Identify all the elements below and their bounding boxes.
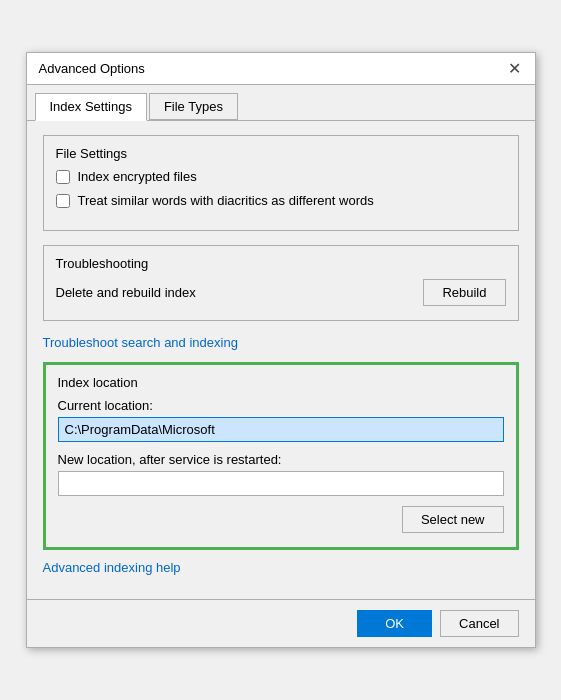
dialog-footer: OK Cancel <box>27 599 535 647</box>
select-new-button[interactable]: Select new <box>402 506 504 533</box>
cancel-button[interactable]: Cancel <box>440 610 518 637</box>
dialog-content: File Settings Index encrypted files Trea… <box>27 121 535 600</box>
delete-rebuild-desc: Delete and rebuild index <box>56 285 196 300</box>
current-location-field[interactable] <box>58 417 504 442</box>
tab-file-types[interactable]: File Types <box>149 93 238 120</box>
file-settings-section: File Settings Index encrypted files Trea… <box>43 135 519 232</box>
advanced-options-dialog: Advanced Options ✕ Index Settings File T… <box>26 52 536 649</box>
tab-index-settings[interactable]: Index Settings <box>35 93 147 121</box>
current-location-label: Current location: <box>58 398 504 413</box>
rebuild-button[interactable]: Rebuild <box>423 279 505 306</box>
index-encrypted-checkbox[interactable] <box>56 170 70 184</box>
troubleshooting-row: Delete and rebuild index Rebuild <box>56 279 506 306</box>
ok-button[interactable]: OK <box>357 610 432 637</box>
troubleshooting-section: Troubleshooting Delete and rebuild index… <box>43 245 519 321</box>
select-new-row: Select new <box>58 506 504 533</box>
troubleshooting-title: Troubleshooting <box>56 256 506 271</box>
troubleshoot-link[interactable]: Troubleshoot search and indexing <box>43 335 238 350</box>
advanced-link-row: Advanced indexing help <box>43 560 519 575</box>
diacritics-label: Treat similar words with diacritics as d… <box>78 193 374 210</box>
new-location-label: New location, after service is restarted… <box>58 452 504 467</box>
new-location-field[interactable] <box>58 471 504 496</box>
file-settings-title: File Settings <box>56 146 506 161</box>
title-bar: Advanced Options ✕ <box>27 53 535 85</box>
index-encrypted-label: Index encrypted files <box>78 169 197 186</box>
checkbox-row-2: Treat similar words with diacritics as d… <box>56 193 506 210</box>
advanced-indexing-link[interactable]: Advanced indexing help <box>43 560 181 575</box>
index-location-title: Index location <box>58 375 504 390</box>
index-location-section: Index location Current location: New loc… <box>43 362 519 550</box>
tabs-bar: Index Settings File Types <box>27 85 535 121</box>
checkbox-row-1: Index encrypted files <box>56 169 506 186</box>
diacritics-checkbox[interactable] <box>56 194 70 208</box>
window-title: Advanced Options <box>39 61 145 76</box>
close-button[interactable]: ✕ <box>503 56 527 80</box>
troubleshoot-link-row: Troubleshoot search and indexing <box>43 335 519 350</box>
